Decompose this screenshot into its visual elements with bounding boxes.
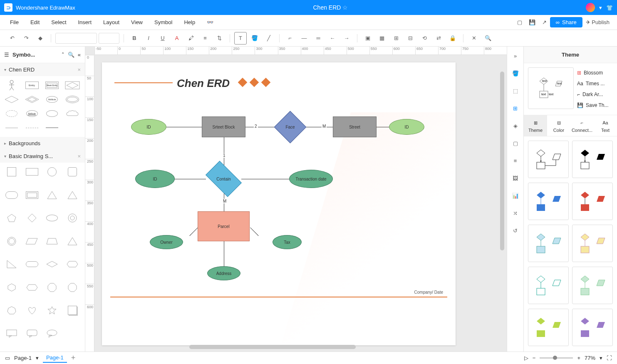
group-icon[interactable]: ▣	[362, 32, 374, 45]
zoom-out-icon[interactable]: −	[533, 355, 536, 361]
menu-file[interactable]: File	[4, 19, 25, 25]
node-transaction-date[interactable]: Transaction date	[289, 170, 333, 188]
star-shape[interactable]	[44, 305, 60, 316]
redo-icon[interactable]: ↷	[20, 32, 32, 45]
publish-button[interactable]: ✈ Publish	[582, 19, 613, 25]
tab-theme[interactable]: ⊞Theme	[524, 115, 547, 136]
save-icon[interactable]: 💾	[525, 19, 539, 25]
heart-shape[interactable]	[24, 305, 40, 316]
octagon2-shape[interactable]	[64, 282, 81, 293]
node-street[interactable]: Street	[333, 116, 377, 137]
history-icon[interactable]: ↺	[510, 225, 520, 235]
assoc-entity-shape[interactable]	[64, 79, 81, 91]
canvas-area[interactable]: -500501001502002503003504004505005506006…	[85, 47, 507, 352]
pentagon-shape[interactable]	[3, 212, 20, 224]
node-owner[interactable]: Owner	[150, 235, 183, 249]
expand-panel-icon[interactable]: »	[510, 51, 520, 61]
highlight-icon[interactable]: 🖍	[185, 32, 197, 45]
chevron-up-icon[interactable]: ˄	[62, 52, 64, 58]
entity-shape[interactable]: Entity	[24, 79, 40, 91]
menu-symbol[interactable]: Symbol	[149, 19, 178, 25]
key-attribute-shape[interactable]: Attribute	[24, 108, 40, 119]
dashline-shape[interactable]	[24, 122, 40, 134]
share-button[interactable]: ∞Share	[550, 17, 582, 27]
node-contain[interactable]: Contain	[208, 166, 239, 191]
distribute-icon[interactable]: ⊟	[404, 32, 416, 45]
triangle-shape[interactable]	[44, 189, 60, 201]
frame-shape[interactable]	[24, 189, 40, 201]
drawing-canvas[interactable]: Chen ERD 2 M 1 M ID Srteet Block Face St…	[102, 62, 456, 345]
zoom-dropdown-icon[interactable]: ▾	[600, 355, 602, 361]
image-icon[interactable]: 🖼	[510, 173, 520, 183]
play-icon[interactable]: ▷	[524, 355, 528, 361]
add-page-icon[interactable]: +	[71, 354, 76, 362]
database-icon[interactable]: ≡	[510, 156, 520, 166]
search-icon[interactable]: 🔍	[482, 32, 494, 45]
text-box-icon[interactable]: T	[234, 32, 247, 45]
spacing-icon[interactable]: ⇅	[213, 32, 225, 45]
hexagon-shape[interactable]	[64, 258, 81, 270]
theme-card[interactable]	[528, 141, 569, 178]
undo-icon[interactable]: ↶	[6, 32, 18, 45]
avatar-dropdown-icon[interactable]: ▾	[599, 5, 602, 11]
flip-icon[interactable]: ⇄	[432, 32, 445, 45]
stickman-shape[interactable]	[3, 79, 20, 91]
triangle3-shape[interactable]	[64, 235, 81, 247]
theme-card[interactable]	[572, 225, 613, 262]
font-family-dropdown[interactable]	[55, 33, 97, 44]
rounded-rect-shape[interactable]	[3, 189, 20, 201]
line-weight-icon[interactable]: ═	[312, 32, 325, 45]
font-color-icon[interactable]: A	[171, 32, 183, 45]
arrow-start-icon[interactable]: ←	[326, 32, 339, 45]
theme-card[interactable]	[528, 225, 569, 262]
double-circle-shape[interactable]	[3, 235, 20, 247]
lock-icon[interactable]: 🔒	[446, 32, 459, 45]
partial-key-shape[interactable]	[44, 108, 60, 119]
line-style-icon[interactable]: —	[298, 32, 310, 45]
capsule-shape[interactable]	[24, 258, 40, 270]
hexagon2-shape[interactable]	[3, 282, 20, 293]
thickline-shape[interactable]	[44, 122, 60, 134]
search-symbols-icon[interactable]: 🔍	[68, 52, 74, 58]
attribute-shape[interactable]: Attribute	[44, 94, 60, 105]
vertical-scrollbar[interactable]	[500, 72, 504, 250]
paint-bucket-icon[interactable]: 🪣	[510, 68, 520, 78]
node-id1[interactable]: ID	[131, 119, 166, 135]
bold-icon[interactable]: B	[128, 32, 141, 45]
rect-shape[interactable]	[24, 166, 40, 178]
multi-attribute-shape[interactable]	[64, 94, 81, 105]
node-id3[interactable]: ID	[135, 170, 175, 188]
node-face[interactable]: Face	[279, 116, 302, 139]
opt-blossom[interactable]: ⊞Blossom	[577, 67, 613, 78]
ellipse-shape[interactable]	[44, 212, 60, 224]
font-size-dropdown[interactable]	[99, 33, 119, 44]
tab-text[interactable]: AaText	[594, 115, 617, 136]
node-parcel[interactable]: Parcel	[198, 211, 250, 241]
page-dropdown-icon[interactable]: ▾	[36, 355, 39, 361]
tab-connector[interactable]: ⌐Connect...	[570, 115, 594, 136]
triangle2-shape[interactable]	[64, 189, 81, 201]
underline-icon[interactable]: U	[156, 32, 169, 45]
menu-binoculars-icon[interactable]: 👓	[201, 19, 219, 25]
line-shape[interactable]	[3, 122, 20, 134]
connector-type-icon[interactable]: ⌐	[284, 32, 296, 45]
diamond-shape[interactable]	[24, 212, 40, 224]
rounded-callout-shape[interactable]	[24, 328, 40, 339]
node-address[interactable]: Address	[207, 266, 240, 280]
user-avatar[interactable]	[586, 3, 595, 12]
page-tab[interactable]: Page-1	[43, 353, 67, 363]
theme-card[interactable]	[528, 309, 569, 346]
relationship-shape[interactable]	[3, 94, 20, 105]
donut-shape[interactable]	[64, 212, 81, 224]
node-street-block[interactable]: Srteet Block	[202, 116, 245, 137]
shadow-rect-shape[interactable]	[64, 305, 81, 316]
menu-view[interactable]: View	[125, 19, 149, 25]
horizontal-scrollbar[interactable]	[189, 345, 356, 349]
rounded-square-shape[interactable]	[64, 166, 81, 178]
italic-icon[interactable]: I	[142, 32, 155, 45]
menu-edit[interactable]: Edit	[25, 19, 45, 25]
menu-help[interactable]: Help	[178, 19, 201, 25]
circle-shape[interactable]	[44, 166, 60, 178]
menu-layout[interactable]: Layout	[97, 19, 125, 25]
theme-card[interactable]	[572, 141, 613, 178]
